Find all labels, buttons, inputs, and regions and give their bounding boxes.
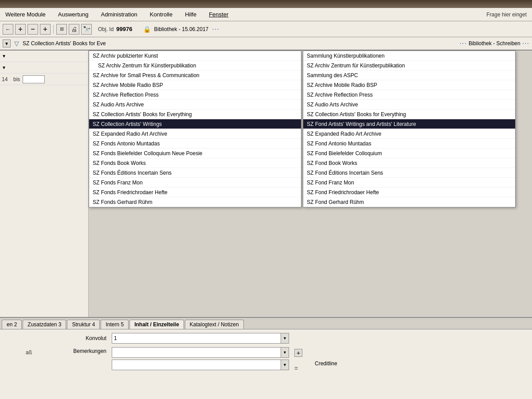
obj-id-label: Obj. Id [98,26,113,32]
left-item-8[interactable]: SZ Expanded Radio Art Archive [89,129,301,139]
right-item-7[interactable]: SZ Fond Artists' Writings and Artists' L… [303,119,515,129]
right-item-4[interactable]: SZ Archive Reflection Press [303,90,515,100]
collection-label: SZ Collection Artists' Books for Eve [23,40,458,47]
bemerkungen-input-2[interactable] [112,360,281,370]
menu-items: Weitere Module Auswertung Administration… [4,10,230,19]
mass-label: aß [5,349,32,356]
left-item-14[interactable]: SZ Fonds Friedrichrodaer Hefte [89,188,301,197]
left-item-15[interactable]: SZ Fonds Gerhard Rühm [89,197,301,207]
header-right: 🔒 Bibliothek - 15.06.2017 ··· [143,25,219,33]
dropdown-arrow-btn[interactable]: ▼ [3,39,11,47]
obj-id-value: 99976 [116,26,132,32]
form-area: aß Konvolut ▼ Bemerkungen ▼ [0,329,532,376]
toolbar: ← + − + ⊞ 🖨 🔭 Obj. Id 99976 🔒 Bibliothek… [0,21,532,37]
top-border [0,0,532,8]
bemerkungen-dropdown-arrow2[interactable]: ▼ [281,360,289,370]
bemerkungen-input-container: ▼ [112,347,289,358]
creditline-label: Creditline [315,360,337,367]
right-item-9[interactable]: SZ Fond Antonio Muntadas [303,139,515,149]
right-item-3[interactable]: SZ Archive Mobile Radio BSP [303,80,515,90]
toolbar-sep1 [53,25,54,34]
menu-weitere-module[interactable]: Weitere Module [4,10,47,19]
schreiben-dots-left[interactable]: ··· [460,39,467,47]
obj-id-area: Obj. Id 99976 [98,26,133,32]
left-item-2[interactable]: SZ Archive for Small Press & Communicati… [89,70,301,80]
left-item-11[interactable]: SZ Fonds Book Works [89,158,301,168]
left-item-12[interactable]: SZ Fonds Éditions Incertain Sens [89,168,301,178]
bottom-area: en 2 Zusatzdaten 3 Struktur 4 Intern 5 I… [0,317,532,399]
tab-struktur4[interactable]: Struktur 4 [67,320,100,329]
bibliothek-dots[interactable]: ··· [212,25,219,33]
tab-en2[interactable]: en 2 [2,320,22,329]
left-item-10[interactable]: SZ Fonds Bielefelder Colloquium Neue Poe… [89,149,301,158]
toolbar-grid[interactable]: ⊞ [56,24,67,35]
right-item-0[interactable]: Sammlung Künstlerpublikationen [303,51,515,61]
right-item-15[interactable]: SZ Fond Gerhard Rühm [303,197,515,207]
left-item-13[interactable]: SZ Fonds Franz Mon [89,178,301,188]
konvolut-input-container: ▼ [112,333,289,344]
schreiben-dots-right[interactable]: ··· [522,39,529,47]
menu-kontrolle[interactable]: Kontrolle [148,10,174,19]
right-item-11[interactable]: SZ Fond Book Works [303,158,515,168]
bis-num: 14 [2,76,11,82]
left-item-9[interactable]: SZ Fonds Antonio Muntadas [89,139,301,149]
right-item-5[interactable]: SZ Audio Arts Archive [303,100,515,110]
right-item-14[interactable]: SZ Fond Friedrichrodaer Hefte [303,188,515,197]
main-area: ▼ ▼ 14 bis SZ Archiv publizierter Kunst … [0,51,532,346]
right-item-10[interactable]: SZ Fond Bielefelder Colloquium [303,149,515,158]
add-bemerkungen-btn[interactable]: + [294,349,302,357]
tab-intern5[interactable]: Intern 5 [101,320,129,329]
menu-fenster[interactable]: Fenster [207,10,230,19]
left-item-7[interactable]: SZ Collection Artists' Writings [89,119,301,129]
right-item-2[interactable]: Sammlung des ASPC [303,70,515,80]
bemerkungen-dropdown-arrow[interactable]: ▼ [281,348,289,357]
left-item-5[interactable]: SZ Audio Arts Archive [89,100,301,110]
left-row-2: ▼ [0,62,88,74]
search-hint: Frage hier einget [486,12,528,18]
bis-row: 14 bis [0,74,88,85]
toolbar-add2[interactable]: + [40,24,51,35]
konvolut-row: aß Konvolut ▼ Bemerkungen ▼ [5,333,527,372]
row2-arrow: ▼ [2,65,8,70]
konvolut-input[interactable] [112,333,281,343]
tabs-row: en 2 Zusatzdaten 3 Struktur 4 Intern 5 I… [0,318,532,329]
bis-input[interactable] [23,75,45,83]
menu-hilfe[interactable]: Hilfe [183,10,198,19]
left-item-3[interactable]: SZ Archive Mobile Radio BSP [89,80,301,90]
left-panel: ▼ ▼ 14 bis [0,51,89,346]
equals-btn[interactable]: = [294,365,302,372]
right-item-1[interactable]: SZ Archiv Zentrum für Künstlerpublikatio… [303,61,515,70]
left-item-6[interactable]: SZ Collection Artists' Books for Everyth… [89,110,301,119]
bibliothek-date: Bibliothek - 15.06.2017 [154,26,209,32]
toolbar-binoculars[interactable]: 🔭 [81,24,92,35]
tab-katalogtext[interactable]: Katalogtext / Notizen [185,320,244,329]
bemerkungen-label: Bemerkungen [71,347,106,354]
toolbar-print[interactable]: 🖨 [69,24,79,35]
tab-zusatzdaten3[interactable]: Zusatzdaten 3 [23,320,66,329]
right-item-6[interactable]: SZ Collection Artists' Books for Everyth… [303,110,515,119]
toolbar2: ▼ ▽ SZ Collection Artists' Books for Eve… [0,37,532,51]
menu-administration[interactable]: Administration [99,10,139,19]
menu-bar: Weitere Module Auswertung Administration… [0,8,532,21]
left-row-1: ▼ [0,51,88,62]
right-dropdown-panel: Sammlung Künstlerpublikationen SZ Archiv… [303,51,516,207]
right-item-13[interactable]: SZ Fond Franz Mon [303,178,515,188]
schreiben-label: Bibliothek - Schreiben [469,40,520,47]
lock-icon: 🔒 [143,26,151,33]
left-item-0[interactable]: SZ Archiv publizierter Kunst [89,51,301,61]
konvolut-dropdown-arrow[interactable]: ▼ [281,333,289,343]
left-dropdown-panel: SZ Archiv publizierter Kunst SZ Archiv Z… [89,51,301,207]
filter-icon: ▽ [14,40,19,47]
right-item-12[interactable]: SZ Fond Éditions Incertain Sens [303,168,515,178]
menu-auswertung[interactable]: Auswertung [56,10,90,19]
toolbar-nav-back[interactable]: ← [3,24,13,35]
bemerkungen-input-container2: ▼ [112,360,289,370]
toolbar-minus[interactable]: − [27,24,38,35]
tab-inhalt[interactable]: Inhalt / Einzelteile [129,320,184,329]
left-item-4[interactable]: SZ Archive Reflection Press [89,90,301,100]
bemerkungen-input-1[interactable] [112,348,281,357]
right-item-8[interactable]: SZ Expanded Radio Art Archive [303,129,515,139]
left-item-1[interactable]: SZ Archiv Zentrum für Künstlerpublikatio… [89,61,301,70]
toolbar-add1[interactable]: + [15,24,26,35]
bis-label: bis [13,76,20,82]
